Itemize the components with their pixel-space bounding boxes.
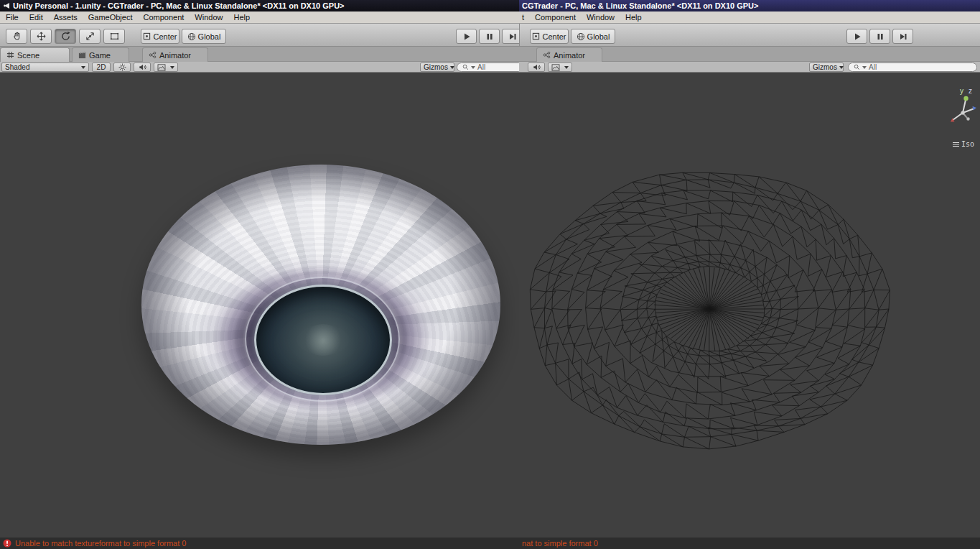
2d-toggle-label: 2D bbox=[97, 63, 106, 71]
hand-icon bbox=[11, 31, 22, 42]
menu-window[interactable]: Window bbox=[587, 13, 615, 22]
step-button[interactable] bbox=[892, 29, 913, 44]
menu-component[interactable]: Component bbox=[143, 13, 184, 22]
projection-toggle[interactable]: Iso bbox=[953, 140, 974, 148]
speaker-icon bbox=[533, 63, 541, 71]
tab-scene-label: Scene bbox=[17, 51, 39, 60]
projection-label: Iso bbox=[961, 140, 974, 148]
pivot-center-label: Center bbox=[542, 32, 566, 41]
shading-mode-dropdown[interactable]: Shaded bbox=[1, 63, 89, 72]
pause-button[interactable] bbox=[479, 29, 500, 44]
rect-tool-icon bbox=[109, 31, 120, 42]
gizmos-label: Gizmos bbox=[813, 63, 837, 71]
scene-view-wireframe[interactable]: y z Iso bbox=[519, 73, 980, 538]
pivot-global-button[interactable]: Global bbox=[571, 29, 615, 44]
pivot-global-label: Global bbox=[587, 32, 610, 41]
globe-icon bbox=[187, 32, 196, 41]
tabrow-right: Animator bbox=[519, 47, 980, 62]
scene-lighting-toggle[interactable] bbox=[113, 63, 131, 72]
chevron-down-icon bbox=[471, 66, 475, 69]
scene-audio-toggle[interactable] bbox=[134, 63, 151, 72]
tab-animator-label: Animator bbox=[554, 51, 585, 60]
menu-help[interactable]: Help bbox=[233, 13, 250, 22]
play-button[interactable] bbox=[846, 29, 867, 44]
pivot-center-label: Center bbox=[153, 32, 177, 41]
pivot-icon bbox=[143, 32, 151, 40]
search-filter-label: All bbox=[477, 63, 485, 71]
menu-file[interactable]: File bbox=[6, 13, 19, 22]
titlebar-right[interactable]: CGTrader - PC, Mac & Linux Standalone* <… bbox=[519, 0, 980, 11]
play-icon bbox=[853, 32, 862, 41]
tab-animator-label: Animator bbox=[159, 51, 191, 60]
pause-icon bbox=[876, 32, 885, 41]
unity-desktop: Unity Personal - 1.unity - CGTrader - PC… bbox=[0, 0, 980, 549]
menubar-right: t Component Window Help bbox=[519, 11, 980, 24]
globe-icon bbox=[577, 32, 585, 41]
gizmos-dropdown[interactable]: Gizmos bbox=[809, 63, 844, 72]
pause-button[interactable] bbox=[869, 29, 890, 44]
view-orientation-gizmo[interactable] bbox=[947, 94, 980, 129]
window-title: CGTrader - PC, Mac & Linux Standalone* <… bbox=[522, 0, 758, 11]
scene-grid-icon bbox=[6, 51, 14, 59]
play-button[interactable] bbox=[456, 29, 477, 44]
pivot-global-label: Global bbox=[198, 32, 221, 41]
rotate-tool-button[interactable] bbox=[55, 29, 76, 44]
scene-search-field[interactable]: All bbox=[848, 63, 977, 72]
status-message: nat to simple format 0 bbox=[522, 539, 598, 548]
chevron-down-icon bbox=[564, 66, 569, 69]
menu-window[interactable]: Window bbox=[195, 13, 223, 22]
tab-animator[interactable]: Animator bbox=[142, 47, 208, 62]
speaker-icon bbox=[139, 63, 146, 71]
rect-tool-button[interactable] bbox=[103, 29, 125, 44]
pause-icon bbox=[485, 32, 494, 41]
tab-scene[interactable]: Scene bbox=[0, 47, 70, 62]
search-icon bbox=[854, 64, 860, 70]
tab-game-label: Game bbox=[89, 51, 111, 60]
menu-help[interactable]: Help bbox=[625, 13, 642, 22]
tab-animator[interactable]: Animator bbox=[536, 47, 602, 62]
move-icon bbox=[36, 31, 47, 42]
chevron-down-icon bbox=[170, 66, 174, 69]
chevron-down-icon bbox=[862, 66, 867, 69]
rotate-icon bbox=[60, 31, 71, 42]
menu-gameobject[interactable]: GameObject bbox=[88, 13, 133, 22]
pivot-global-button[interactable]: Global bbox=[182, 29, 226, 44]
error-icon bbox=[3, 539, 11, 548]
menu-component[interactable]: Component bbox=[535, 13, 576, 22]
statusbar-right[interactable]: nat to simple format 0 bbox=[519, 538, 980, 549]
hand-tool-button[interactable] bbox=[6, 29, 27, 44]
wireframe-svg bbox=[526, 167, 892, 451]
unity-window-right: CGTrader - PC, Mac & Linux Standalone* <… bbox=[519, 0, 980, 549]
status-message: Unable to match textureformat to simple … bbox=[15, 539, 186, 548]
scene-toolbar-right: Gizmos All bbox=[519, 62, 980, 73]
image-icon bbox=[551, 64, 560, 71]
gizmos-dropdown[interactable]: Gizmos bbox=[420, 63, 454, 72]
pivot-center-button[interactable]: Center bbox=[141, 29, 179, 44]
pivot-center-button[interactable]: Center bbox=[530, 29, 569, 44]
move-tool-button[interactable] bbox=[30, 29, 52, 44]
sun-icon bbox=[118, 63, 126, 71]
game-clapper-icon bbox=[78, 51, 86, 59]
scene-effects-dropdown[interactable] bbox=[548, 63, 572, 72]
plate-model-shaded[interactable] bbox=[141, 165, 500, 445]
chevron-down-icon bbox=[81, 66, 85, 69]
gizmos-label: Gizmos bbox=[424, 63, 448, 71]
play-icon bbox=[462, 32, 471, 41]
iso-lines-icon bbox=[953, 142, 959, 147]
window-title: Unity Personal - 1.unity - CGTrader - PC… bbox=[13, 0, 345, 11]
search-filter-label: All bbox=[869, 63, 877, 71]
scene-audio-toggle[interactable] bbox=[528, 63, 545, 72]
chevron-down-icon bbox=[450, 66, 454, 69]
scene-effects-dropdown[interactable] bbox=[154, 63, 178, 72]
image-icon bbox=[157, 64, 166, 71]
toolbar-right: Center Global bbox=[519, 24, 980, 47]
scene-search-field[interactable]: All bbox=[457, 63, 523, 72]
menu-edit[interactable]: Edit bbox=[29, 13, 43, 22]
menu-gameobject-partial[interactable]: t bbox=[522, 13, 524, 22]
menu-assets[interactable]: Assets bbox=[54, 13, 78, 22]
pivot-icon bbox=[532, 32, 540, 40]
plate-center-well bbox=[254, 285, 392, 395]
tab-game[interactable]: Game bbox=[72, 47, 129, 62]
2d-toggle-button[interactable]: 2D bbox=[92, 63, 111, 72]
scale-tool-button[interactable] bbox=[79, 29, 101, 44]
